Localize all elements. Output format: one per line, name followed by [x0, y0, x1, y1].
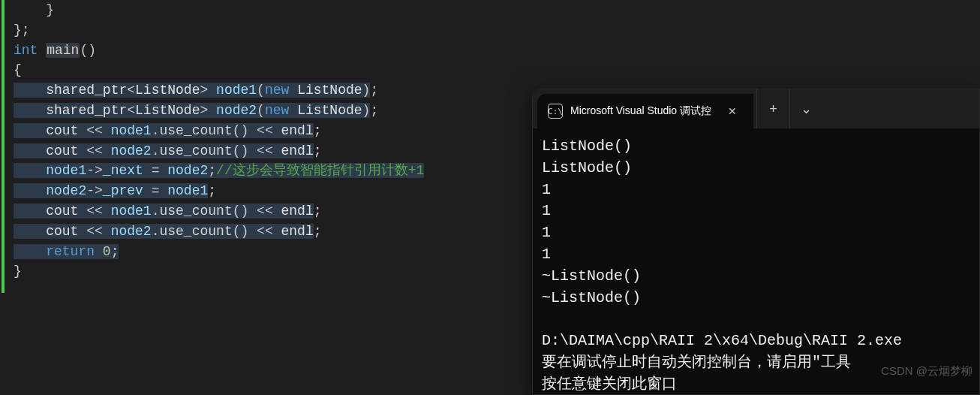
- code-line[interactable]: return 0;: [14, 242, 424, 262]
- terminal-titlebar: C:\ Microsoft Visual Studio 调试控 ✕ + ⌄: [533, 89, 979, 128]
- close-icon[interactable]: ✕: [722, 101, 743, 122]
- fold-gutter: [0, 0, 11, 395]
- code-line[interactable]: shared_ptr<ListNode> node2(new ListNode)…: [14, 101, 424, 121]
- titlebar-actions: + ⌄: [756, 89, 822, 128]
- chevron-down-icon: ⌄: [801, 101, 812, 117]
- plus-icon: +: [769, 101, 777, 117]
- terminal-window[interactable]: C:\ Microsoft Visual Studio 调试控 ✕ + ⌄ Li…: [532, 89, 980, 395]
- new-tab-button[interactable]: +: [756, 89, 789, 128]
- code-line[interactable]: cout << node1.use_count() << endl;: [14, 121, 424, 141]
- change-indicator: [2, 0, 5, 293]
- code-line[interactable]: }: [14, 0, 424, 20]
- code-line[interactable]: }: [14, 261, 424, 282]
- code-line[interactable]: {: [14, 60, 424, 80]
- terminal-tab[interactable]: C:\ Microsoft Visual Studio 调试控 ✕: [537, 94, 753, 128]
- code-line[interactable]: shared_ptr<ListNode> node1(new ListNode)…: [14, 80, 424, 101]
- tab-dropdown-button[interactable]: ⌄: [789, 89, 822, 128]
- terminal-icon: C:\: [548, 104, 563, 119]
- code-area[interactable]: }};int main(){ shared_ptr<ListNode> node…: [14, 0, 424, 282]
- code-line[interactable]: };: [14, 20, 424, 41]
- terminal-output[interactable]: ListNode() ListNode() 1 1 1 1 ~ListNode(…: [533, 128, 979, 395]
- code-line[interactable]: cout << node2.use_count() << endl;: [14, 222, 424, 242]
- code-line[interactable]: int main(): [14, 41, 424, 61]
- code-line[interactable]: node2->_prev = node1;: [14, 181, 424, 201]
- code-line[interactable]: cout << node1.use_count() << endl;: [14, 201, 424, 222]
- code-line[interactable]: cout << node2.use_count() << endl;: [14, 141, 424, 161]
- terminal-tab-title: Microsoft Visual Studio 调试控: [570, 104, 711, 118]
- code-line[interactable]: node1->_next = node2;//这步会导致智能指针引用计数+1: [14, 161, 424, 181]
